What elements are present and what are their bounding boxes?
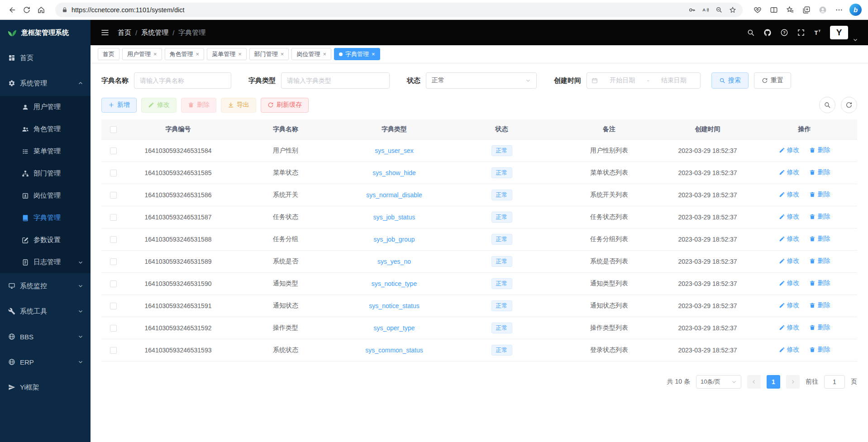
row-edit-button[interactable]: 修改 xyxy=(779,257,800,265)
row-checkbox[interactable] xyxy=(110,347,117,354)
tab[interactable]: 字典管理 × xyxy=(334,48,380,60)
row-delete-button[interactable]: 删除 xyxy=(809,235,830,243)
export-button[interactable]: 导出 xyxy=(221,98,256,113)
row-delete-button[interactable]: 删除 xyxy=(809,279,830,287)
dict-type-link[interactable]: sys_yes_no xyxy=(377,258,411,265)
dict-type-link[interactable]: sys_notice_type xyxy=(372,280,417,287)
tab-close-icon[interactable]: × xyxy=(372,51,375,57)
favorites-icon[interactable] xyxy=(786,6,794,14)
breadcrumb-system[interactable]: 系统管理 xyxy=(141,29,168,37)
sidebar-item[interactable]: 首页 xyxy=(0,45,91,71)
row-checkbox[interactable] xyxy=(110,147,117,154)
sidebar-item[interactable]: Yi框架 xyxy=(0,375,91,400)
row-checkbox[interactable] xyxy=(110,236,117,243)
app-logo[interactable]: 意框架管理系统 xyxy=(0,20,91,45)
delete-button[interactable]: 删除 xyxy=(181,98,216,113)
home-icon[interactable] xyxy=(37,6,45,14)
fullscreen-icon[interactable] xyxy=(797,29,805,37)
sidebar-item[interactable]: 部门管理 xyxy=(0,162,91,185)
add-button[interactable]: 新增 xyxy=(101,98,137,113)
row-delete-button[interactable]: 删除 xyxy=(809,346,830,354)
row-edit-button[interactable]: 修改 xyxy=(779,168,800,176)
sidebar-item[interactable]: 日志管理 xyxy=(0,251,91,273)
row-edit-button[interactable]: 修改 xyxy=(779,190,800,199)
dict-type-link[interactable]: sys_job_group xyxy=(373,236,415,243)
dict-type-link[interactable]: sys_common_status xyxy=(365,347,423,354)
site-security-icon[interactable] xyxy=(62,7,68,13)
row-checkbox[interactable] xyxy=(110,192,117,199)
favorite-star-icon[interactable] xyxy=(729,6,736,14)
row-edit-button[interactable]: 修改 xyxy=(779,323,800,332)
row-delete-button[interactable]: 删除 xyxy=(809,168,830,176)
refresh-cache-button[interactable]: 刷新缓存 xyxy=(261,98,309,113)
sidebar-item[interactable]: 菜单管理 xyxy=(0,140,91,162)
split-screen-icon[interactable] xyxy=(770,6,778,14)
row-delete-button[interactable]: 删除 xyxy=(809,213,830,221)
breadcrumb-home[interactable]: 首页 xyxy=(118,29,131,37)
tab[interactable]: 部门管理 × xyxy=(249,48,289,60)
dict-name-input[interactable] xyxy=(134,72,231,89)
dict-type-link[interactable]: sys_oper_type xyxy=(373,324,415,332)
row-delete-button[interactable]: 删除 xyxy=(809,146,830,154)
key-icon[interactable] xyxy=(688,6,696,14)
more-icon[interactable] xyxy=(835,6,843,14)
tab[interactable]: 用户管理 × xyxy=(122,48,162,60)
dict-type-link[interactable]: sys_job_status xyxy=(373,214,415,221)
row-checkbox[interactable] xyxy=(110,303,117,309)
reload-icon[interactable] xyxy=(23,6,31,14)
sidebar-item[interactable]: 岗位管理 xyxy=(0,185,91,207)
question-icon[interactable]: ? xyxy=(780,29,788,37)
reset-button[interactable]: 重置 xyxy=(754,72,791,89)
tab[interactable]: 岗位管理 × xyxy=(291,48,331,60)
row-delete-button[interactable]: 删除 xyxy=(809,323,830,332)
refresh-table-button[interactable] xyxy=(841,97,857,113)
row-edit-button[interactable]: 修改 xyxy=(779,301,800,309)
row-edit-button[interactable]: 修改 xyxy=(779,146,800,154)
github-icon[interactable] xyxy=(763,29,772,37)
address-bar[interactable]: https://ccnetcore.com:1101/system/dict A xyxy=(55,3,743,17)
row-checkbox[interactable] xyxy=(110,325,117,332)
dict-type-link[interactable]: sys_normal_disable xyxy=(366,191,422,199)
select-all-checkbox[interactable] xyxy=(110,126,117,133)
current-page-button[interactable]: 1 xyxy=(767,375,780,389)
row-checkbox[interactable] xyxy=(110,280,117,287)
sidebar-item[interactable]: 系统监控 xyxy=(0,273,91,299)
dict-type-link[interactable]: sys_show_hide xyxy=(372,169,416,176)
row-delete-button[interactable]: 删除 xyxy=(809,190,830,199)
next-page-button[interactable] xyxy=(786,375,800,389)
search-icon[interactable] xyxy=(747,29,755,37)
tab-close-icon[interactable]: × xyxy=(238,51,242,57)
tab[interactable]: 菜单管理 × xyxy=(207,48,247,60)
row-edit-button[interactable]: 修改 xyxy=(779,213,800,221)
sidebar-item[interactable]: 系统工具 xyxy=(0,299,91,324)
collections-icon[interactable] xyxy=(802,6,811,14)
row-checkbox[interactable] xyxy=(110,214,117,221)
search-button[interactable]: 搜索 xyxy=(711,72,749,89)
toggle-search-button[interactable] xyxy=(819,97,835,113)
sidebar-item[interactable]: BBS xyxy=(0,324,91,349)
goto-page-input[interactable] xyxy=(824,375,845,389)
browser-essentials-icon[interactable] xyxy=(754,6,762,14)
tab[interactable]: 首页 xyxy=(98,48,119,60)
bing-icon[interactable]: b xyxy=(849,4,862,16)
edit-button[interactable]: 修改 xyxy=(141,98,176,113)
date-range-picker[interactable]: 开始日期 - 结束日期 xyxy=(587,72,701,89)
status-select[interactable]: 正常 xyxy=(426,72,537,89)
sidebar-item[interactable]: 用户管理 xyxy=(0,96,91,118)
chevron-down-icon[interactable] xyxy=(853,37,858,43)
row-edit-button[interactable]: 修改 xyxy=(779,279,800,287)
row-edit-button[interactable]: 修改 xyxy=(779,346,800,354)
row-delete-button[interactable]: 删除 xyxy=(809,257,830,265)
sidebar-item[interactable]: 系统管理 xyxy=(0,71,91,96)
hamburger-icon[interactable] xyxy=(100,28,110,37)
tab-close-icon[interactable]: × xyxy=(153,51,157,57)
tab-close-icon[interactable]: × xyxy=(323,51,326,57)
sidebar-item[interactable]: ERP xyxy=(0,349,91,375)
row-delete-button[interactable]: 删除 xyxy=(809,301,830,309)
tab-close-icon[interactable]: × xyxy=(281,51,284,57)
prev-page-button[interactable] xyxy=(747,375,761,389)
back-icon[interactable] xyxy=(8,6,16,14)
tab-close-icon[interactable]: × xyxy=(196,51,200,57)
row-edit-button[interactable]: 修改 xyxy=(779,235,800,243)
zoom-icon[interactable] xyxy=(715,6,723,14)
